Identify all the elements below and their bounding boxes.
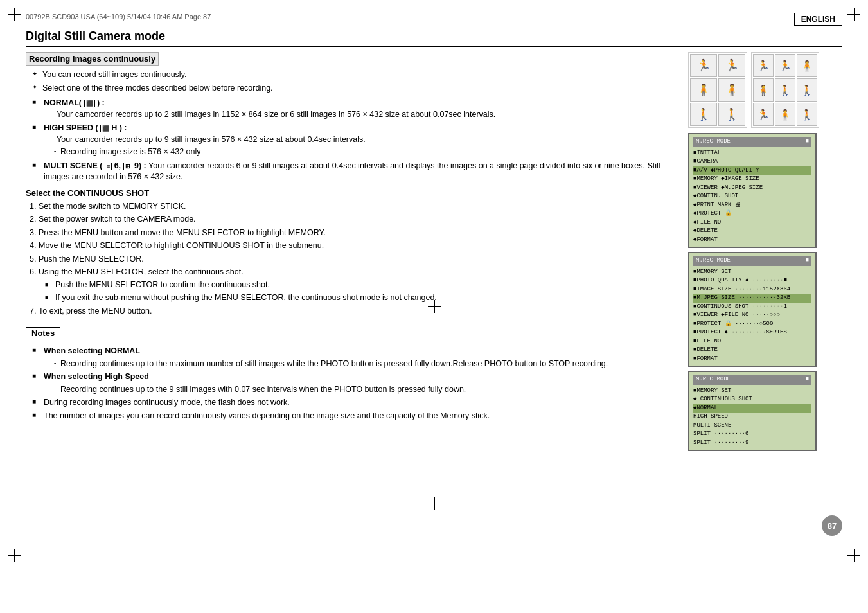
- step6-sub-1: Push the MENU SELECTOR to confirm the co…: [45, 280, 675, 291]
- img-cell-r9: 🚶: [797, 103, 817, 126]
- highspeed-sub: Recording image size is 576 × 432 only: [54, 147, 675, 158]
- modes-list: NORMAL( ⬛ ) : Your camcorder records up …: [32, 98, 675, 183]
- step6-sub: Push the MENU SELECTOR to confirm the co…: [45, 280, 675, 304]
- mode-highspeed-name: HIGH SPEED ( ⬛H ) :: [44, 123, 127, 132]
- step6-sub-2: If you exit the sub-menu without pushing…: [45, 292, 675, 304]
- lcd-1-r3: ■A/V ◆PHOTO QUALITY: [693, 166, 811, 175]
- intro-bullets: You can record still images continuously…: [32, 69, 675, 94]
- lcd-3-r9: SPLIT ·········9: [693, 439, 811, 448]
- lcd-3-r8: SPLIT ·········6: [693, 430, 811, 439]
- notes-list: When selecting NORMAL Recording continue…: [32, 346, 675, 422]
- lcd-1-r11: ◆FORMAT: [693, 236, 811, 245]
- registration-mark-br: [847, 549, 860, 562]
- img-cell-r7: 🏃: [753, 103, 774, 126]
- highspeed-sub-item: Recording image size is 576 × 432 only: [54, 147, 675, 158]
- lcd-2-r11: ■DELETE: [693, 346, 811, 355]
- lcd-3-title: M.REC MODE ■: [693, 375, 811, 385]
- intro-bullet-2: Select one of the three modes described …: [32, 83, 675, 94]
- mode-highspeed-desc: Your camcorder records up to 9 still ima…: [57, 135, 366, 144]
- note-4: The number of images you can record cont…: [32, 411, 675, 422]
- lcd-1-r5: ■VIEWER ◆M.JPEG SIZE: [693, 184, 811, 193]
- img-cell-1: 🏃: [690, 54, 717, 77]
- lcd-3-r6: HIGH SPEED: [693, 413, 811, 422]
- img-cell-3: 🧍: [690, 78, 717, 102]
- lcd-2-r7: ■VIEWER ◆FILE NO ·····○○○: [693, 311, 811, 320]
- lcd-screen-1: M.REC MODE ■ ■INITIAL ■CAMERA ■A/V ◆PHOT…: [688, 133, 817, 248]
- page-title: Digital Still Camera mode: [26, 30, 842, 47]
- mode-normal-name: NORMAL( ⬛ ) :: [44, 98, 105, 107]
- lcd-screen-3: M.REC MODE ■ ■MEMORY SET ◆ CONTINUOUS SH…: [688, 371, 817, 451]
- note-2-heading: When selecting High Speed: [44, 372, 149, 381]
- language-badge: ENGLISH: [794, 13, 842, 26]
- steps-list: Set the mode switch to MEMORY STICK. Set…: [39, 201, 675, 317]
- note-1-sub-item: Recording continues up to the maximum nu…: [54, 359, 675, 370]
- lcd-3-r1: ■MEMORY SET: [693, 387, 811, 396]
- lcd-screen-2: M.REC MODE ■ ■MEMORY SET ■PHOTO QUALITY …: [688, 252, 817, 367]
- img-cell-4: 🧍: [718, 78, 745, 102]
- note-1-sub: Recording continues up to the maximum nu…: [54, 359, 675, 370]
- lcd-2-r8: ■PROTECT 🔒 ·······○500: [693, 320, 811, 329]
- lcd-2-r6: ■CONTINUOUS SHOT ·········1: [693, 303, 811, 312]
- img-cell-r6: 🚶: [797, 78, 817, 102]
- lcd-2-r10: ■FILE NO: [693, 337, 811, 346]
- img-cell-r1: 🏃: [753, 54, 774, 77]
- note-2: When selecting High Speed Recording cont…: [32, 371, 675, 395]
- note-1-heading: When selecting NORMAL: [44, 346, 140, 355]
- lcd-1-r9: ◆FILE NO: [693, 218, 811, 227]
- registration-mark-tr: [847, 8, 860, 21]
- mode-multiscene-name: MULTI SCENE ( ≡ 6, ⊞ 9) :: [44, 161, 146, 170]
- note-3: During recording images continuously mod…: [32, 397, 675, 409]
- lcd-1-r6: ◆CONTIN. SHOT: [693, 192, 811, 201]
- step-5: Push the MENU SELECTOR.: [39, 254, 675, 265]
- img-cell-5: 🚶: [690, 103, 717, 126]
- img-cell-r4: 🧍: [753, 78, 774, 102]
- lcd-3-r3: ◆ CONTINUOUS SHOT: [693, 395, 811, 404]
- lcd-1-r8: ◆PROTECT 🔒: [693, 209, 811, 218]
- step-3: Press the MENU button and move the MENU …: [39, 227, 675, 239]
- lcd-2-r4: ■IMAGE SIZE ········1152X864: [693, 285, 811, 294]
- page-number-badge: 87: [822, 515, 842, 536]
- lcd-3-r5: ◆NORMAL: [693, 404, 811, 413]
- note-2-sub: Recording continues up to the 9 still im…: [54, 384, 675, 396]
- notes-label: Notes: [26, 327, 60, 339]
- image-grid-right: 🏃 🏃 🧍 🧍 🚶 🚶 🏃 🧍 🚶: [751, 52, 819, 128]
- mode-normal: NORMAL( ⬛ ) : Your camcorder records up …: [32, 98, 675, 120]
- lcd-2-r9: ■PROTECT ◆ ··········SERIES: [693, 328, 811, 337]
- img-cell-2: 🏃: [718, 54, 745, 77]
- lcd-1-r1: ■INITIAL: [693, 149, 811, 158]
- img-cell-r2: 🏃: [775, 54, 795, 77]
- page-container: 00792B SCD903 USA (64~109) 5/14/04 10:46…: [0, 0, 868, 613]
- mode-normal-desc: Your camcorder records up to 2 still ima…: [57, 110, 495, 119]
- step-1: Set the mode switch to MEMORY STICK.: [39, 201, 675, 213]
- step-7: To exit, press the MENU button.: [39, 306, 675, 317]
- note-2-sub-item: Recording continues up to the 9 still im…: [54, 384, 675, 396]
- main-content: Recording images continuously You can re…: [26, 52, 842, 455]
- img-cell-r5: 🚶: [775, 78, 795, 102]
- section1-heading: Recording images continuously: [26, 52, 159, 66]
- intro-bullet-1: You can record still images continuously…: [32, 69, 675, 81]
- lcd-2-r3: ■PHOTO QUALITY ◆ ·········■: [693, 276, 811, 285]
- registration-mark-bl: [8, 549, 21, 562]
- image-grid-container: 🏃 🏃 🧍 🧍 🚶 🚶 🏃 🏃 🧍 🧍 🚶 🚶 🏃 🧍: [688, 52, 842, 128]
- image-grid-left: 🏃 🏃 🧍 🧍 🚶 🚶: [688, 52, 747, 128]
- section2-heading: Select the CONTINUOUS SHOT: [26, 188, 675, 198]
- lcd-2-r5: ■M.JPEG SIZE ···········32KB: [693, 294, 811, 303]
- lcd-1-title: M.REC MODE ■: [693, 137, 811, 147]
- lcd-2-r12: ■FORMAT: [693, 355, 811, 364]
- left-column: Recording images continuously You can re…: [26, 52, 675, 455]
- img-cell-6: 🚶: [718, 103, 745, 126]
- lcd-2-title: M.REC MODE ■: [693, 256, 811, 266]
- doc-reference: 00792B SCD903 USA (64~109) 5/14/04 10:46…: [26, 13, 211, 21]
- note-1: When selecting NORMAL Recording continue…: [32, 346, 675, 369]
- lcd-1-r4: ■MEMORY ◆IMAGE SIZE: [693, 175, 811, 184]
- right-column: 🏃 🏃 🧍 🧍 🚶 🚶 🏃 🏃 🧍 🧍 🚶 🚶 🏃 🧍: [688, 52, 842, 455]
- img-cell-r3: 🧍: [797, 54, 817, 77]
- notes-section: Notes When selecting NORMAL Recording co…: [26, 322, 675, 422]
- step-4: Move the MENU SELECTOR to highlight CONT…: [39, 240, 675, 252]
- lcd-1-r10: ◆DELETE: [693, 227, 811, 236]
- step-6: Using the MENU SELECTOR, select the cont…: [39, 267, 675, 304]
- registration-mark-bottom-center: [428, 497, 441, 510]
- lcd-2-r1: ■MEMORY SET: [693, 268, 811, 277]
- mode-multiscene: MULTI SCENE ( ≡ 6, ⊞ 9) : Your camcorder…: [32, 161, 675, 183]
- header-bar: 00792B SCD903 USA (64~109) 5/14/04 10:46…: [26, 13, 842, 26]
